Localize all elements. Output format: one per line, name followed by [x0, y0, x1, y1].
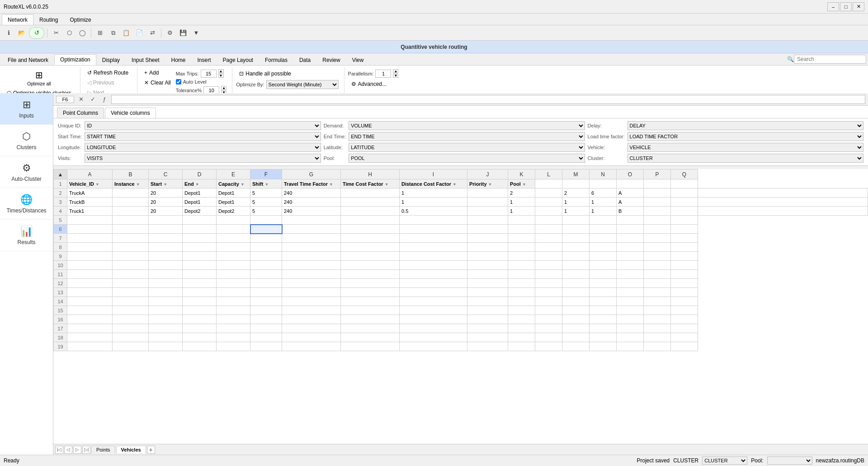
cell-i2[interactable]: 1 — [400, 188, 467, 198]
header-travel-time[interactable]: Travel Time Factor ▼ — [282, 179, 341, 188]
previous-button[interactable]: ◁ Previous — [84, 78, 132, 87]
parallelism-up[interactable]: ▲ — [393, 69, 398, 73]
clear-all-button[interactable]: ✕ Clear All — [141, 78, 174, 87]
paste2-icon[interactable]: 📄 — [133, 27, 145, 39]
sidebar-item-clusters[interactable]: ⬡ Clusters — [0, 125, 53, 156]
cell-l3[interactable] — [535, 198, 562, 207]
col-header-A[interactable]: A — [67, 169, 113, 179]
insert-function-button[interactable]: ƒ — [99, 95, 109, 104]
col-header-F[interactable]: F — [250, 169, 282, 179]
cluster-select[interactable]: CLUSTER — [627, 154, 863, 163]
parallelism-input[interactable] — [375, 70, 391, 78]
add-sheet-button[interactable]: + — [147, 446, 155, 454]
cell-j2[interactable] — [467, 188, 508, 198]
copy-icon[interactable]: ⧉ — [107, 27, 119, 39]
cell-k2[interactable]: 2 — [508, 188, 535, 198]
end-time-select[interactable]: END TIME — [349, 132, 585, 141]
ribbon-tab-review[interactable]: Review — [316, 55, 346, 65]
header-time-cost[interactable]: Time Cost Factor ▼ — [341, 179, 400, 188]
cell-e2[interactable]: Depot1 — [217, 188, 250, 198]
grid-icon[interactable]: ⊞ — [94, 27, 106, 39]
cut-icon[interactable]: ✂ — [50, 27, 62, 39]
col-header-K[interactable]: K — [508, 169, 535, 179]
cell-n3[interactable]: 1 — [590, 198, 617, 207]
ribbon-tab-input[interactable]: Input Sheet — [126, 55, 165, 65]
cell-b2[interactable] — [113, 188, 149, 198]
cell-c4[interactable]: 20 — [149, 207, 183, 216]
refresh-icon[interactable]: ↺ — [29, 27, 44, 39]
sheet-tab-last[interactable]: ▷| — [82, 446, 90, 454]
unique-id-select[interactable]: ID — [85, 121, 321, 130]
cell-f2[interactable]: 5 — [250, 188, 282, 198]
latitude-select[interactable]: LATITUDE — [349, 143, 585, 152]
maximize-button[interactable]: □ — [840, 2, 852, 11]
cancel-formula-button[interactable]: ✕ — [76, 95, 86, 104]
cell-b3[interactable] — [113, 198, 149, 207]
cell-a5[interactable] — [67, 216, 113, 225]
col-header-Q[interactable]: Q — [671, 169, 698, 179]
open-icon[interactable]: 📂 — [16, 27, 28, 39]
col-header-G[interactable]: G — [282, 169, 341, 179]
add-cluster-button[interactable]: + Add — [141, 68, 174, 77]
col-header-P[interactable]: P — [644, 169, 671, 179]
cell-d4[interactable]: Depot2 — [183, 207, 217, 216]
cell-l4[interactable] — [535, 207, 562, 216]
formula-input[interactable] — [111, 95, 865, 104]
close-button[interactable]: ✕ — [853, 2, 864, 11]
load-time-select[interactable]: LOAD TIME FACTOR — [627, 132, 863, 141]
info-icon[interactable]: ℹ — [3, 27, 14, 39]
ribbon-tab-data[interactable]: Data — [293, 55, 316, 65]
cell-e3[interactable]: Depot1 — [217, 198, 250, 207]
nav-tab-network[interactable]: Network — [2, 14, 33, 25]
max-trips-input[interactable] — [201, 70, 217, 78]
parallelism-down[interactable]: ▼ — [393, 74, 398, 78]
cell-f4[interactable]: 5 — [250, 207, 282, 216]
cell-c2[interactable]: 20 — [149, 188, 183, 198]
ribbon-tab-pagelayout[interactable]: Page Layout — [217, 55, 259, 65]
col-header-J[interactable]: J — [467, 169, 508, 179]
cell-k4[interactable]: 1 — [508, 207, 535, 216]
sidebar-item-auto-cluster[interactable]: ⚙ Auto-Cluster — [0, 156, 53, 188]
nav-tab-routing[interactable]: Routing — [33, 14, 64, 25]
longitude-select[interactable]: LONGITUDE — [85, 143, 321, 152]
start-time-select[interactable]: START TIME — [85, 132, 321, 141]
visits-select[interactable]: VISITS — [85, 154, 321, 163]
sheet-tab-first[interactable]: |◁ — [55, 446, 63, 454]
cluster-status-select[interactable]: CLUSTER — [702, 457, 747, 465]
paste-icon[interactable]: 📋 — [120, 27, 132, 39]
col-header-C[interactable]: C — [149, 169, 183, 179]
confirm-formula-button[interactable]: ✓ — [88, 95, 98, 104]
sidebar-item-inputs[interactable]: ⊞ Inputs — [0, 93, 53, 125]
cell-a2[interactable]: TruckA — [67, 188, 113, 198]
header-start[interactable]: Start ▼ — [149, 179, 183, 188]
cell-o3[interactable]: A — [617, 198, 644, 207]
col-header-I[interactable]: I — [400, 169, 467, 179]
col-header-D[interactable]: D — [183, 169, 217, 179]
cell-h3[interactable] — [341, 198, 400, 207]
ribbon-tab-view[interactable]: View — [346, 55, 370, 65]
col-header-O[interactable]: O — [617, 169, 644, 179]
cell-d3[interactable]: Depot1 — [183, 198, 217, 207]
header-instance[interactable]: Instance ▼ — [113, 179, 149, 188]
config-tab-vehicle[interactable]: Vehicle columns — [105, 108, 156, 118]
col-header-B[interactable]: B — [113, 169, 149, 179]
cell-g2[interactable]: 240 — [282, 188, 341, 198]
sidebar-item-times[interactable]: 🌐 Times/Distances — [0, 188, 53, 220]
handle-all-button[interactable]: ⊡ Handle all possible — [236, 69, 338, 78]
vehicle-select[interactable]: VEHICLE — [627, 143, 863, 152]
pool-status-select[interactable] — [767, 457, 812, 465]
demand-select[interactable]: VOLUME — [349, 121, 585, 130]
optimize-all-button[interactable]: ⊞ Optimize all — [4, 68, 75, 88]
header-shift[interactable]: Shift ▼ — [250, 179, 282, 188]
cell-h4[interactable] — [341, 207, 400, 216]
cell-m4[interactable]: 1 — [562, 207, 590, 216]
cell-n4[interactable]: 1 — [590, 207, 617, 216]
cell-g3[interactable]: 240 — [282, 198, 341, 207]
ribbon-tab-file[interactable]: File and Network — [2, 55, 54, 65]
advanced-button[interactable]: ⚙ Advanced... — [348, 80, 399, 89]
settings-icon[interactable]: ⚙ — [164, 27, 176, 39]
header-capacity[interactable]: Capacity ▼ — [217, 179, 250, 188]
sheet-tab-points[interactable]: Points — [91, 446, 115, 453]
cell-f3[interactable]: 5 — [250, 198, 282, 207]
max-trips-up[interactable]: ▲ — [218, 69, 224, 73]
